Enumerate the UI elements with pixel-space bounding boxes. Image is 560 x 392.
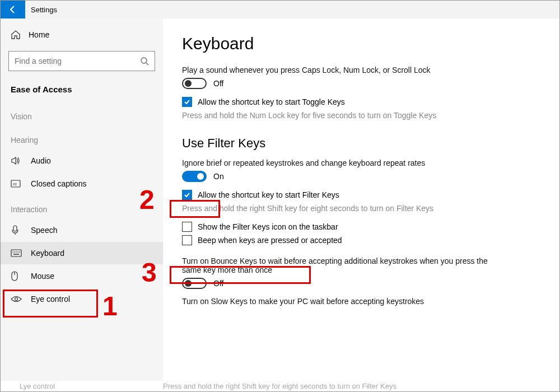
search-input[interactable] — [15, 57, 140, 66]
cc-icon: cc — [11, 180, 22, 188]
window-title: Settings — [25, 6, 57, 14]
svg-rect-5 — [11, 250, 21, 256]
mouse-icon — [11, 271, 22, 281]
search-icon — [140, 57, 149, 66]
caps-sound-desc: Play a sound whenever you press Caps Loc… — [182, 66, 496, 74]
checkbox-checked-icon — [182, 190, 192, 200]
sidebar-item-speech[interactable]: Speech — [1, 218, 163, 242]
sidebar-item-keyboard[interactable]: Keyboard — [1, 242, 163, 264]
toggle-keys-shortcut-checkbox[interactable]: Allow the shortcut key to start Toggle K… — [182, 97, 537, 107]
sidebar-item-label: Eye control — [31, 295, 70, 304]
filter-keys-desc: Ignore brief or repeated keystrokes and … — [182, 158, 496, 167]
sidebar-item-label: Mouse — [31, 272, 54, 281]
group-interaction: Interaction — [1, 195, 163, 218]
home-label: Home — [29, 30, 49, 39]
filter-keys-title: Use Filter Keys — [182, 136, 537, 151]
sidebar-item-label: Audio — [31, 156, 51, 165]
slow-keys-desc: Turn on Slow Keys to make your PC wait b… — [182, 297, 496, 306]
speaker-icon — [11, 156, 22, 166]
filter-shortcut-checkbox[interactable]: Allow the shortcut key to start Filter K… — [182, 190, 537, 200]
checkbox-checked-icon — [182, 97, 192, 107]
page-title: Keyboard — [182, 34, 537, 53]
caps-sound-state: Off — [213, 79, 223, 88]
svg-rect-4 — [13, 226, 17, 231]
show-icon-checkbox[interactable]: Show the Filter Keys icon on the taskbar — [182, 222, 537, 232]
content-pane: Keyboard Play a sound whenever you press… — [163, 18, 559, 391]
sidebar-item-label: Speech — [31, 226, 57, 235]
arrow-left-icon — [8, 5, 17, 14]
filter-keys-state: On — [213, 172, 224, 181]
group-vision: Vision — [1, 102, 163, 125]
caps-sound-toggle[interactable] — [182, 78, 207, 89]
svg-point-14 — [15, 298, 18, 301]
sidebar-item-audio[interactable]: Audio — [1, 149, 163, 172]
sidebar-item-label: Closed captions — [31, 179, 87, 188]
filter-shortcut-hint: Press and hold the right Shift key for e… — [182, 203, 451, 214]
checkbox-unchecked-icon — [182, 222, 192, 232]
sidebar: Home Ease of Access Vision Hearing Audio… — [1, 18, 163, 391]
bounce-keys-desc: Turn on Bounce Keys to wait before accep… — [182, 256, 496, 274]
home-icon — [11, 30, 21, 40]
truncated-overflow: Lye control Press and hold the right Shi… — [1, 381, 559, 391]
group-hearing: Hearing — [1, 125, 163, 149]
checkbox-unchecked-icon — [182, 235, 192, 245]
titlebar: Settings — [1, 1, 559, 18]
sidebar-item-mouse[interactable]: Mouse — [1, 264, 163, 288]
keyboard-icon — [11, 249, 22, 257]
filter-keys-toggle[interactable] — [182, 171, 207, 182]
eye-icon — [11, 295, 22, 303]
category-title: Ease of Access — [1, 81, 163, 102]
bounce-keys-state: Off — [213, 279, 223, 288]
microphone-icon — [11, 225, 22, 235]
back-button[interactable] — [1, 1, 25, 18]
checkbox-label: Allow the shortcut key to start Toggle K… — [198, 97, 345, 106]
svg-text:cc: cc — [13, 182, 17, 186]
bounce-keys-toggle[interactable] — [182, 278, 207, 289]
checkbox-label: Allow the shortcut key to start Filter K… — [198, 190, 339, 199]
sidebar-item-closed-captions[interactable]: cc Closed captions — [1, 172, 163, 195]
toggle-keys-hint: Press and hold the Num Lock key for five… — [182, 110, 451, 122]
sidebar-item-label: Keyboard — [31, 249, 64, 258]
sidebar-item-eye-control[interactable]: Eye control — [1, 288, 163, 310]
svg-line-1 — [146, 63, 148, 65]
home-nav[interactable]: Home — [1, 24, 163, 45]
checkbox-label: Show the Filter Keys icon on the taskbar — [198, 222, 338, 231]
checkbox-label: Beep when keys are pressed or accepted — [198, 236, 342, 245]
beep-checkbox[interactable]: Beep when keys are pressed or accepted — [182, 235, 537, 245]
svg-point-0 — [141, 58, 147, 63]
search-box[interactable] — [8, 51, 155, 71]
